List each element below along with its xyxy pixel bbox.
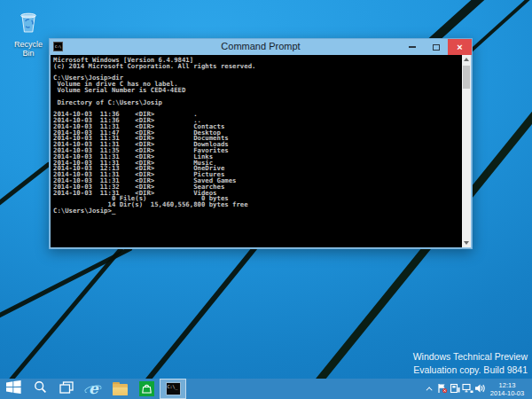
tray-expand-button[interactable] [424,379,436,399]
console[interactable]: Microsoft Windows [Version 6.4.9841] (c)… [51,55,471,247]
scrollbar[interactable] [462,55,471,247]
recycle-bin-label: Recycle Bin [9,40,48,58]
clock-time: 12:13 [486,381,528,389]
console-cursor: _ [112,207,115,215]
store-icon [139,381,154,396]
minimize-button[interactable] [400,39,424,55]
speaker-icon [474,381,485,397]
watermark: Windows Technical Preview Evaluation cop… [413,350,528,377]
close-button[interactable]: × [448,39,472,55]
console-prompt: C:\Users\Josip> [53,207,112,215]
file-explorer-button[interactable] [106,379,133,399]
scrollbar-down-button[interactable] [462,239,471,247]
task-view-icon [59,381,74,397]
volume-button[interactable] [473,379,486,399]
wallpaper-beam [0,161,51,209]
search-icon [34,380,47,397]
start-button[interactable] [0,379,27,399]
hardware-button[interactable] [449,379,461,399]
maximize-button[interactable] [424,39,448,55]
command-prompt-window: C:\ Command Prompt × Microsoft Windows [… [49,38,473,249]
taskbar: e C:\_ [0,379,532,399]
action-center-button[interactable] [436,379,449,399]
watermark-line2: Evaluation copy. Build 9841 [413,364,528,377]
command-prompt-icon: C:\_ [166,382,181,395]
scrollbar-up-button[interactable] [462,55,471,64]
titlebar[interactable]: C:\ Command Prompt × [50,39,472,55]
desktop[interactable]: Recycle Bin Windows Technical Preview Ev… [0,0,532,399]
internet-explorer-icon: e [85,381,101,397]
store-button[interactable] [133,379,160,399]
console-prompt-line: C:\Users\Josip>_ [51,208,471,215]
arrow-down-icon [464,241,469,245]
wallpaper-beam [136,226,274,395]
arrow-up-icon [464,58,469,61]
wallpaper-beam [2,228,139,390]
network-button[interactable] [461,379,473,399]
task-view-button[interactable] [53,379,80,399]
scrollbar-thumb[interactable] [463,66,470,89]
recycle-bin[interactable]: Recycle Bin [9,7,48,58]
recycle-bin-icon [14,23,43,38]
console-output: Microsoft Windows [Version 6.4.9841] (c)… [51,55,471,208]
internet-explorer-button[interactable]: e [80,379,106,399]
clock-date: 2014-10-03 [486,389,528,397]
chevron-up-icon [426,387,432,393]
watermark-line1: Windows Technical Preview [413,350,528,364]
network-icon [462,381,473,397]
flag-icon [437,381,448,397]
pc-icon [450,381,460,397]
clock[interactable]: 12:13 2014-10-03 [486,381,532,397]
minimize-icon [409,46,416,48]
system-tray: 12:13 2014-10-03 [424,379,532,399]
search-button[interactable] [27,379,53,399]
folder-icon [113,384,128,395]
windows-logo-icon [6,380,21,397]
maximize-icon [433,44,440,51]
command-prompt-taskbar-button[interactable]: C:\_ [160,379,186,399]
close-icon: × [457,39,462,55]
